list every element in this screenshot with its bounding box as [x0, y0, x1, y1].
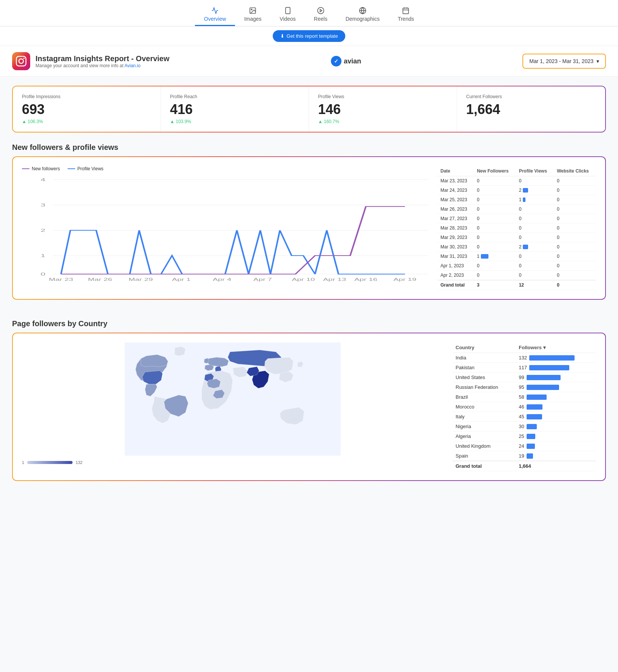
map-legend: 1 132: [22, 460, 443, 465]
followers-data-table: Date New Followers Profile Views Website…: [437, 166, 596, 290]
col-new-followers[interactable]: New Followers: [474, 166, 516, 176]
svg-text:Mar 29: Mar 29: [128, 277, 153, 282]
col-date[interactable]: Date: [437, 166, 474, 176]
svg-text:Apr 7: Apr 7: [253, 277, 272, 282]
svg-point-4: [317, 8, 324, 14]
world-map-svg: [22, 342, 443, 456]
nav-videos[interactable]: Videos: [270, 4, 305, 26]
svg-text:Apr 4: Apr 4: [213, 277, 231, 282]
followers-chart-section: New followers Profile Views 4 3 2 1 0: [12, 156, 606, 300]
table-row: Mar 25, 2023 0 1 0: [437, 195, 596, 205]
table-row: Mar 26, 2023 0 0 0: [437, 205, 596, 214]
svg-rect-8: [403, 8, 409, 14]
svg-rect-2: [286, 8, 290, 14]
nav-images[interactable]: Images: [235, 4, 270, 26]
nav-overview[interactable]: Overview: [195, 4, 235, 26]
get-template-bar: ⬇ Get this report template: [0, 26, 618, 46]
country-grand-total-row: Grand total 1,664: [453, 461, 596, 471]
list-item: Algeria 25: [453, 432, 596, 441]
list-item: Spain 19: [453, 451, 596, 461]
svg-text:Apr 16: Apr 16: [354, 277, 377, 282]
svg-text:2: 2: [40, 228, 45, 233]
svg-text:0: 0: [40, 272, 45, 276]
table-row: Mar 24, 2023 0 2 0: [437, 186, 596, 195]
stat-views: Profile Views 146 160.7%: [309, 86, 457, 132]
nav-bar: Overview Images Videos Reels Demographic…: [0, 0, 618, 26]
followers-table: Date New Followers Profile Views Website…: [437, 166, 596, 290]
instagram-icon: [12, 52, 30, 70]
svg-text:Mar 26: Mar 26: [88, 277, 112, 282]
svg-text:Apr 1: Apr 1: [172, 277, 190, 282]
table-row: Mar 27, 2023 0 0 0: [437, 214, 596, 223]
list-item: United States 99: [453, 373, 596, 382]
table-row: Mar 30, 2023 0 2 0: [437, 242, 596, 252]
avian-link[interactable]: Avian.io: [124, 63, 140, 68]
svg-marker-5: [320, 9, 322, 12]
nav-reels[interactable]: Reels: [305, 4, 337, 26]
nav-demographics[interactable]: Demographics: [337, 4, 389, 26]
map-legend-bar: [27, 461, 73, 464]
list-item: India 132: [453, 353, 596, 363]
svg-text:3: 3: [40, 203, 45, 207]
table-row: Apr 1, 2023 0 0 0: [437, 261, 596, 271]
svg-text:Apr 10: Apr 10: [292, 277, 315, 282]
line-chart: 4 3 2 1 0 Mar 23 Mar 26 Mar 29 Apr 1 Apr…: [22, 176, 428, 282]
country-map-section: 1 132 Country Followers ▾ India 132 Paki…: [12, 333, 606, 481]
get-template-button[interactable]: ⬇ Get this report template: [273, 30, 346, 42]
svg-point-1: [251, 9, 252, 10]
legend-profile-views: Profile Views: [68, 166, 104, 171]
stat-followers: Current Followers 1,664: [457, 86, 605, 132]
nav-trends[interactable]: Trends: [389, 4, 423, 26]
country-data-table: Country Followers ▾ India 132 Pakistan 1…: [453, 342, 596, 471]
col-website-clicks[interactable]: Website Clicks: [554, 166, 596, 176]
page-header: Instagram Insights Report - Overview Man…: [0, 46, 618, 77]
svg-text:Apr 19: Apr 19: [393, 277, 416, 282]
country-section-title: Page followers by Country: [0, 309, 618, 333]
avian-check-icon: ✓: [331, 56, 341, 66]
list-item: Nigeria 30: [453, 422, 596, 432]
list-item: Pakistan 117: [453, 363, 596, 373]
svg-text:4: 4: [40, 177, 45, 182]
header-left: Instagram Insights Report - Overview Man…: [12, 52, 170, 70]
stats-section: Profile Impressions 693 106.3% Profile R…: [0, 77, 618, 133]
header-title: Instagram Insights Report - Overview Man…: [36, 54, 170, 68]
grand-total-row: Grand total 3 12 0: [437, 280, 596, 290]
stats-grid: Profile Impressions 693 106.3% Profile R…: [12, 86, 606, 133]
legend-new-followers: New followers: [22, 166, 60, 171]
date-range-selector[interactable]: Mar 1, 2023 - Mar 31, 2023 ▾: [522, 54, 606, 69]
table-row: Mar 23, 2023 0 0 0: [437, 176, 596, 186]
dropdown-arrow-icon: ▾: [596, 58, 599, 64]
download-icon: ⬇: [280, 33, 284, 39]
table-row: Mar 29, 2023 0 0 0: [437, 233, 596, 242]
table-row: Mar 28, 2023 0 0 0: [437, 223, 596, 233]
avian-logo: ✓ avian: [331, 56, 361, 66]
followers-section-title: New followers & profile views: [0, 133, 618, 156]
list-item: Russian Federation 95: [453, 382, 596, 392]
list-item: Morocco 46: [453, 402, 596, 412]
col-country[interactable]: Country: [453, 342, 516, 353]
list-item: Brazil 58: [453, 392, 596, 402]
chart-legend: New followers Profile Views: [22, 166, 428, 171]
world-map-area: 1 132: [22, 342, 443, 471]
chart-area: New followers Profile Views 4 3 2 1 0: [22, 166, 428, 290]
svg-text:Mar 23: Mar 23: [49, 277, 73, 282]
list-item: United Kingdom 24: [453, 441, 596, 451]
col-followers[interactable]: Followers ▾: [516, 342, 596, 353]
svg-text:Apr 13: Apr 13: [323, 277, 346, 282]
table-row: Mar 31, 2023 1 0 0: [437, 252, 596, 261]
table-row: Apr 2, 2023 0 0 0: [437, 271, 596, 281]
stat-impressions: Profile Impressions 693 106.3%: [13, 86, 161, 132]
stat-reach: Profile Reach 416 103.9%: [161, 86, 309, 132]
chart-svg: 4 3 2 1 0 Mar 23 Mar 26 Mar 29 Apr 1 Apr…: [22, 176, 428, 282]
svg-text:1: 1: [40, 253, 45, 258]
country-table: Country Followers ▾ India 132 Pakistan 1…: [453, 342, 596, 471]
algeria-path: [207, 379, 221, 388]
col-profile-views[interactable]: Profile Views: [516, 166, 554, 176]
list-item: Italy 45: [453, 412, 596, 422]
